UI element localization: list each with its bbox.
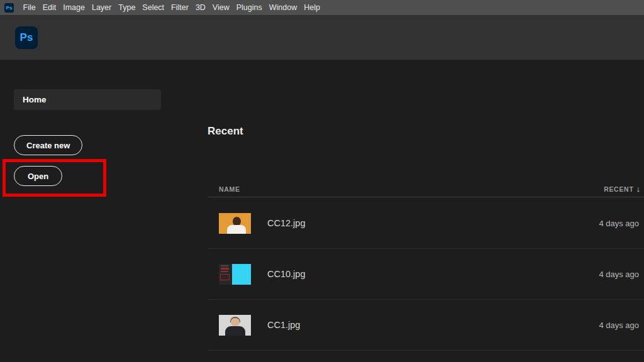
file-modified-time: 4 days ago [599, 270, 639, 279]
recent-files-list: CC12.jpg 4 days ago CC10.jpg 4 days ago … [208, 198, 644, 351]
menu-items: File Edit Image Layer Type Select Filter… [19, 0, 323, 15]
thumbnail-cc1 [219, 315, 251, 336]
recent-table-header: NAME RECENT ↓ [208, 181, 644, 197]
menu-layer[interactable]: Layer [88, 0, 114, 15]
recent-header-label: RECENT [604, 185, 633, 193]
screenshot-ui-line [221, 271, 228, 272]
recent-file-row-cc12[interactable]: CC12.jpg 4 days ago [208, 198, 644, 249]
person-body [225, 326, 245, 336]
menu-view[interactable]: View [209, 0, 233, 15]
file-modified-time: 4 days ago [599, 219, 639, 228]
cyan-panel [232, 264, 251, 285]
menu-filter[interactable]: Filter [168, 0, 192, 15]
sort-descending-icon: ↓ [636, 184, 641, 194]
menu-bar: Ps File Edit Image Layer Type Select Fil… [0, 0, 644, 16]
menu-3d[interactable]: 3D [192, 0, 209, 15]
recent-file-row-cc1[interactable]: CC1.jpg 4 days ago [208, 300, 644, 351]
home-screen-header: Ps [0, 16, 644, 60]
create-new-button[interactable]: Create new [14, 135, 82, 155]
open-button[interactable]: Open [14, 166, 62, 186]
photoshop-logo-icon: Ps [15, 26, 38, 49]
recent-section-title: Recent [208, 125, 243, 138]
person-body [227, 225, 246, 234]
screenshot-red-box [220, 274, 230, 280]
column-header-name[interactable]: NAME [219, 185, 240, 193]
sidebar-item-home[interactable]: Home [14, 89, 161, 110]
column-header-recent[interactable]: RECENT ↓ [604, 184, 640, 194]
thumbnail-cc12 [219, 213, 251, 234]
menu-file[interactable]: File [19, 0, 39, 15]
menu-edit[interactable]: Edit [39, 0, 60, 15]
recent-file-row-cc10[interactable]: CC10.jpg 4 days ago [208, 249, 644, 300]
menu-type[interactable]: Type [115, 0, 139, 15]
menu-help[interactable]: Help [301, 0, 324, 15]
person-head [231, 318, 240, 326]
screenshot-red-mark [221, 268, 229, 270]
thumbnail-cc10 [219, 264, 251, 285]
photoshop-app-icon: Ps [4, 3, 14, 13]
menu-window[interactable]: Window [265, 0, 300, 15]
menu-image[interactable]: Image [60, 0, 89, 15]
screenshot-ui-line [221, 265, 228, 266]
menu-plugins[interactable]: Plugins [233, 0, 265, 15]
menu-select[interactable]: Select [139, 0, 168, 15]
file-modified-time: 4 days ago [599, 321, 639, 330]
file-name: CC10.jpg [267, 269, 305, 279]
file-name: CC12.jpg [267, 218, 305, 228]
file-name: CC1.jpg [267, 320, 300, 330]
person-head [233, 217, 241, 226]
